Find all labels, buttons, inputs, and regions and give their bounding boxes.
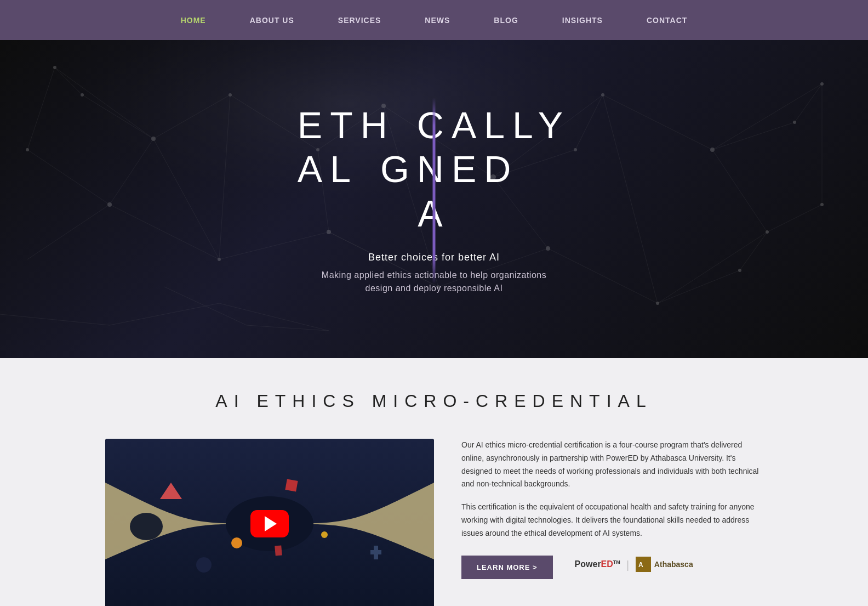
svg-rect-75 <box>275 546 282 556</box>
purple-accent-bar <box>432 98 435 284</box>
athabasca-icon: A <box>636 557 651 572</box>
hero-title-wrapper: ETH CALLY AL GNED A Better choices for b… <box>298 103 570 295</box>
partner-divider: | <box>627 558 629 571</box>
play-icon <box>265 516 277 531</box>
learn-more-button[interactable]: LEARN MORE > <box>461 556 553 579</box>
credential-content: ▶ AI Ethics: An Introduction ⋯ <box>105 439 763 606</box>
svg-point-76 <box>196 557 212 573</box>
play-button[interactable] <box>250 510 289 537</box>
athabasca-text: Athabasca <box>654 560 693 569</box>
credential-section: AI ETHICS MICRO-CREDENTIAL ▶ AI Ethics: … <box>0 358 868 606</box>
svg-text:A: A <box>638 561 643 569</box>
svg-point-71 <box>231 537 242 548</box>
title-gned: GNED <box>369 147 518 191</box>
partner-athabasca: A Athabasca <box>636 557 693 572</box>
nav-contact[interactable]: CONTACT <box>647 16 687 25</box>
nav-services[interactable]: SERVICES <box>338 16 381 25</box>
partner-logos: PowerEDTM | A Athabasca <box>575 557 693 572</box>
nav-blog[interactable]: BLOG <box>494 16 518 25</box>
svg-marker-69 <box>160 483 182 499</box>
athabasca-logo-icon: A <box>637 558 650 571</box>
title-cally: CALLY <box>406 103 570 147</box>
nav-about[interactable]: ABOUT US <box>250 16 294 25</box>
svg-point-77 <box>130 513 163 540</box>
svg-point-72 <box>321 531 328 538</box>
description-1: Our AI ethics micro-credential certifica… <box>461 439 763 491</box>
video-thumbnail[interactable]: ▶ AI Ethics: An Introduction ⋯ <box>105 439 434 606</box>
title-al: AL <box>298 147 369 191</box>
svg-rect-74 <box>370 550 381 554</box>
svg-rect-70 <box>285 479 298 491</box>
cta-row: LEARN MORE > PowerEDTM | A Athabas <box>461 550 763 579</box>
nav-news[interactable]: NEWS <box>425 16 450 25</box>
title-eth: ETH <box>298 103 406 147</box>
hero-title-block: ETH CALLY AL GNED A Better choices for b… <box>298 103 570 295</box>
nav-insights[interactable]: INSIGHTS <box>562 16 603 25</box>
credential-text: Our AI ethics micro-credential certifica… <box>461 439 763 579</box>
hero-section: ETH CALLY AL GNED A Better choices for b… <box>0 40 868 358</box>
main-nav: HOME ABOUT US SERVICES NEWS BLOG INSIGHT… <box>0 0 868 40</box>
nav-home[interactable]: HOME <box>181 16 206 25</box>
description-2: This certification is the equivalent of … <box>461 501 763 540</box>
section-title: AI ETHICS MICRO-CREDENTIAL <box>55 391 813 411</box>
partner-powered: PowerEDTM <box>575 559 620 569</box>
